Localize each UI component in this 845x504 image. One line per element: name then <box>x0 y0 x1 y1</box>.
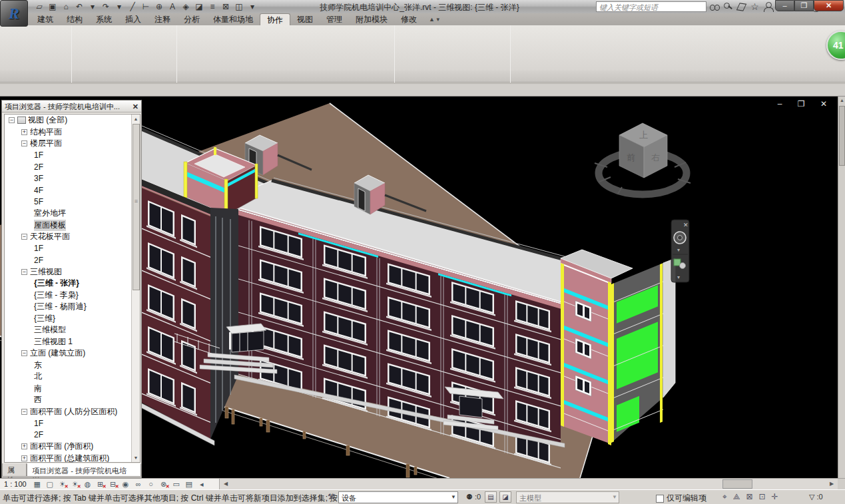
tree-item[interactable]: −楼层平面 <box>5 138 140 150</box>
vertical-scrollbar[interactable]: ▲ <box>838 97 845 478</box>
ribbon-state-toggle[interactable]: ▲ ▾ <box>423 13 445 25</box>
tree-item-label[interactable]: 室外地坪 <box>34 208 66 219</box>
editable-only-checkbox[interactable]: 仅可编辑项 <box>656 493 706 504</box>
tree-item-label[interactable]: 面积平面 (人防分区面积) <box>30 406 117 417</box>
tree-item[interactable]: 5F <box>5 196 140 208</box>
switch-windows-icon[interactable]: ◫ <box>233 1 245 13</box>
expand-icon[interactable]: + <box>21 443 27 449</box>
tree-item-label[interactable]: 三维视图 <box>30 266 62 278</box>
worksharing-display-icon[interactable]: ⊗✕ <box>159 480 168 489</box>
tree-item[interactable]: +结构平面 <box>5 126 140 138</box>
tree-item[interactable]: 北 <box>5 371 140 383</box>
view-window-controls[interactable]: – ❐ ✕ <box>778 99 834 109</box>
drag-elements-icon[interactable]: ⟁ <box>733 492 740 501</box>
temp-view-properties-icon[interactable]: ▭ <box>172 480 181 489</box>
tab-project-browser[interactable]: 项目浏览器 - 技师学院机电培训... <box>27 463 141 477</box>
tree-item-label[interactable]: 2F <box>34 162 43 172</box>
tree-item-label[interactable]: 南 <box>34 383 42 394</box>
tree-item-label[interactable]: 视图 (全部) <box>28 115 67 126</box>
collapse-icon[interactable]: − <box>21 409 27 415</box>
tree-item-label[interactable]: 2F <box>34 256 43 265</box>
horizontal-scrollbar[interactable]: ◀ ▶ <box>220 479 838 489</box>
tree-item[interactable]: 4F <box>5 184 140 196</box>
ribbon-tab-修改[interactable]: 修改 <box>394 13 423 25</box>
checkbox-icon[interactable] <box>656 495 664 503</box>
tree-item[interactable]: {三维} <box>5 313 140 325</box>
close-button[interactable]: ✕ <box>814 0 844 11</box>
ribbon-tab-结构[interactable]: 结构 <box>60 13 89 25</box>
favorites-icon[interactable]: ☆ <box>750 2 760 12</box>
ribbon-tab-体量和场地[interactable]: 体量和场地 <box>206 13 260 25</box>
lock-view-icon[interactable]: ◉ <box>121 480 131 489</box>
tree-item[interactable]: 2F <box>5 254 140 266</box>
collapse-icon[interactable]: − <box>21 140 27 146</box>
tree-item-label[interactable]: 3F <box>34 174 43 183</box>
tree-item[interactable]: 东 <box>5 360 140 372</box>
scroll-down-icon[interactable]: ▼ <box>132 453 140 462</box>
tree-item-label[interactable]: 5F <box>34 197 43 206</box>
collapse-icon[interactable]: − <box>21 350 27 356</box>
tree-item[interactable]: 1F <box>5 243 140 255</box>
ribbon-tab-协作[interactable]: 协作 <box>260 13 290 25</box>
tree-item-label[interactable]: 结构平面 <box>30 126 62 138</box>
section-icon[interactable]: ◪ <box>193 1 205 13</box>
tree-item-label[interactable]: 西 <box>34 394 42 405</box>
application-menu-button[interactable]: R <box>0 0 28 27</box>
browser-tree[interactable]: −视图 (全部)+结构平面−楼层平面1F2F3F4F5F室外地坪屋面楼板−天花板… <box>4 114 141 463</box>
tree-item[interactable]: 三维模型 <box>5 324 140 336</box>
tree-item[interactable]: {三维 - 李枭} <box>5 290 140 302</box>
tree-item[interactable]: 室外地坪 <box>5 208 140 220</box>
qat-customize-icon[interactable]: ▾ <box>246 1 258 13</box>
filter-count[interactable]: ▽ :0 <box>809 493 823 501</box>
tree-item-label[interactable]: 北 <box>34 371 42 382</box>
tree-item-label[interactable]: 2F <box>34 430 43 439</box>
ribbon-tab-分析[interactable]: 分析 <box>177 13 206 25</box>
collapse-icon[interactable]: − <box>21 234 27 240</box>
undo-icon[interactable]: ↶ <box>73 1 85 13</box>
ribbon-tab-视图[interactable]: 视图 <box>290 13 320 25</box>
editing-requests-count[interactable]: ⚉ :0 <box>466 493 481 501</box>
tree-item[interactable]: {三维 - 杨雨迪} <box>5 301 140 313</box>
tree-item[interactable]: −天花板平面 <box>5 231 140 243</box>
crop-view-icon[interactable]: ⊞✕ <box>96 480 105 489</box>
analytical-model-icon[interactable]: ▤ <box>184 480 194 489</box>
worksets-status-icon[interactable]: ⚒ <box>328 492 335 501</box>
ribbon-tab-系统[interactable]: 系统 <box>89 13 119 25</box>
redo-arrow-icon[interactable]: ▾ <box>113 1 125 13</box>
tree-item-label[interactable]: 面积平面 (净面积) <box>30 441 93 452</box>
open-icon[interactable]: ▱ <box>33 1 45 13</box>
tree-item-label[interactable]: {三维 - 李枭} <box>34 290 79 301</box>
tree-item[interactable]: −立面 (建筑立面) <box>5 348 140 360</box>
sign-in-icon[interactable] <box>763 2 773 12</box>
tag-icon[interactable]: ⊕ <box>153 1 165 13</box>
search-icon[interactable] <box>710 2 720 12</box>
expand-icon[interactable]: + <box>21 129 27 135</box>
sync-home-icon[interactable]: ⌂ <box>60 1 72 13</box>
tree-item-label[interactable]: 三维模型 <box>34 324 66 336</box>
tree-item-label[interactable]: 立面 (建筑立面) <box>30 348 85 359</box>
ribbon-tab-建筑[interactable]: 建筑 <box>31 13 60 25</box>
collapse-icon[interactable]: − <box>21 269 27 275</box>
tree-item[interactable]: {三维 - 张洋} <box>5 278 140 290</box>
tree-item[interactable]: 三维视图 1 <box>5 336 140 348</box>
redo-icon[interactable]: ↷ <box>100 1 112 13</box>
navigation-bar[interactable]: ✕ ▾ ▾ <box>671 220 689 282</box>
select-pin-icon[interactable]: ✛ <box>772 492 778 501</box>
temporary-hide-icon[interactable]: ∞ <box>134 480 143 488</box>
sun-path-icon[interactable]: ☀✕ <box>58 480 67 489</box>
exclude-links-icon[interactable]: ⊡ <box>759 492 766 501</box>
search-input[interactable]: 键入关键字或短语 <box>596 1 706 12</box>
measure-icon[interactable]: ╱ <box>127 1 139 13</box>
ribbon-tab-附加模块[interactable]: 附加模块 <box>349 13 394 25</box>
ribbon-tab-管理[interactable]: 管理 <box>320 13 349 25</box>
text-icon[interactable]: A <box>166 1 178 13</box>
tree-item[interactable]: −视图 (全部) <box>5 115 140 126</box>
tree-item-label[interactable]: 1F <box>34 419 43 428</box>
browser-close-icon[interactable]: ✕ <box>133 102 139 111</box>
view-scale[interactable]: 1 : 100 <box>4 480 27 488</box>
tree-item[interactable]: 1F <box>5 150 140 162</box>
ribbon-tab-插入[interactable]: 插入 <box>119 13 148 25</box>
worksharing-dialog-button[interactable]: ▤ <box>485 491 497 503</box>
tree-item[interactable]: 3F <box>5 173 140 185</box>
workset-status-select[interactable]: 设备 ▼ <box>338 491 458 503</box>
